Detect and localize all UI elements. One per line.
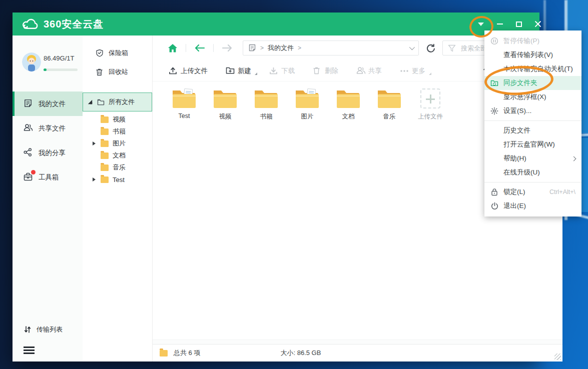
breadcrumb-dropdown-chevron[interactable] [409,44,415,50]
expanded-triangle-icon[interactable] [88,100,92,104]
action-button[interactable]: 下载 [269,66,295,76]
status-bar: 总共 6 项 大小: 86.5 GB [153,344,562,362]
tree-child-item[interactable]: 图片 [83,138,152,150]
menu-item[interactable]: 打开云盘官网(W) [484,138,581,152]
back-button[interactable] [194,44,205,52]
menu-item[interactable]: 在线升级(U) [484,166,581,180]
sidebar-item[interactable]: 我的文件 [13,92,83,116]
avatar[interactable] [22,52,41,72]
action-button[interactable]: 更多 [400,66,425,76]
sync-folder-icon [490,79,498,87]
folder-icon [101,140,109,147]
folder-item[interactable]: 书籍 [246,88,287,121]
tree-item[interactable]: 回收站 [83,62,152,82]
folder-item[interactable]: 图片 [287,88,328,121]
tree-child-item[interactable]: Test [83,174,152,186]
forward-button[interactable] [222,44,233,52]
tree-item-all-files[interactable]: 所有文件 [83,92,152,112]
folder-icon [101,164,109,171]
upload-file-tile[interactable]: 上传文件 [410,88,451,121]
transfer-arrows-icon [24,326,32,334]
item-count: 总共 6 项 [174,348,200,358]
action-button[interactable]: 上传文件 [169,66,208,76]
menu-separator [484,120,581,121]
tree-child-item[interactable]: 文档 [83,150,152,162]
refresh-button[interactable] [426,44,435,53]
forward-arrow-icon [222,44,233,52]
new-folder-icon [226,66,234,75]
menu-item[interactable]: 帮助(H) [484,152,581,166]
sidebar-item[interactable]: 工具箱 [13,165,83,190]
menu-shortcut: Ctrl+Alt+\ [549,188,575,196]
document-icon [248,44,256,52]
menu-item[interactable]: 本次传输完自动关机(T) [484,62,581,76]
folder-item[interactable]: Test [164,88,205,121]
app-window: 360安全云盘 [13,12,539,362]
refresh-icon [426,44,435,53]
menu-item[interactable]: 设置(S)... [484,104,581,118]
folder-icon [101,152,109,159]
power-icon [490,202,498,210]
tree-child-item[interactable]: 音乐 [83,162,152,174]
submenu-arrow-icon [571,156,576,161]
transfer-list-button[interactable]: 传输列表 [13,322,83,336]
menu-item[interactable]: 锁定(L) Ctrl+Alt+\ [484,185,581,199]
shield-icon [96,49,104,57]
folder-icon [101,116,109,123]
breadcrumb-separator: > [298,44,301,52]
more-icon [400,66,408,75]
horizontal-scrollbar[interactable] [153,340,562,344]
storage-usage: 86.49G/1T [44,54,74,62]
tree-child-item[interactable]: 视频 [83,114,152,126]
main-dropdown-menu: 暂停传输(P) 查看传输列表(V) 本次传输完自动关机(T) 同步文件夹 显示悬 [484,30,581,216]
trash-icon [96,68,104,76]
filter-funnel-icon[interactable] [448,44,456,52]
main-menu-button[interactable] [475,18,486,30]
folder-name: Test [179,112,190,120]
home-button[interactable] [168,44,178,53]
share-users-icon [356,66,365,75]
tree-item[interactable]: 保险箱 [83,44,152,62]
folder-item[interactable]: 视频 [205,88,246,121]
sidebar-item[interactable]: 我的分享 [13,140,83,165]
expand-arrow-icon[interactable] [93,142,96,146]
minimize-button[interactable] [494,18,505,30]
plus-icon [420,88,440,108]
tree-child-item[interactable]: 书籍 [83,126,152,138]
menu-item[interactable]: 历史文件 [484,124,581,138]
storage-progress-bar [44,68,78,71]
folder-item[interactable]: 文档 [328,88,369,121]
download-icon [269,66,278,75]
sidebar-item[interactable]: 共享文件 [13,116,83,140]
breadcrumb-separator: > [260,44,264,52]
folder-name: 文档 [342,112,355,121]
menu-item[interactable]: 退出(E) [484,199,581,213]
folder-name: 视频 [219,112,232,121]
share-icon [24,148,34,158]
expand-arrow-icon[interactable] [93,178,96,182]
account-section: 86.49G/1T [13,36,83,92]
resize-grip[interactable] [554,354,561,360]
app-title: 360安全云盘 [44,18,104,31]
menu-item[interactable]: 查看传输列表(V) [484,48,581,62]
close-button[interactable] [532,18,543,30]
menu-item[interactable]: 暂停传输(P) [484,34,581,48]
folder-icon [376,88,402,110]
folder-icon [335,88,361,110]
action-button[interactable]: 新建 [226,66,251,76]
maximize-icon [516,22,522,27]
action-button[interactable]: 共享 [356,66,382,76]
folder-icon [294,88,320,110]
breadcrumb-item[interactable]: 我的文件 [268,44,294,52]
action-button[interactable]: 删除 [313,66,338,76]
toolbox-icon [24,172,34,182]
maximize-button[interactable] [513,18,524,30]
folder-item[interactable]: 音乐 [369,88,410,121]
menu-item[interactable]: 同步文件夹 [484,76,581,90]
menu-item[interactable]: 显示悬浮框(X) [484,90,581,104]
hamburger-menu-button[interactable] [24,345,35,356]
menu-separator [484,182,581,182]
minimize-icon [497,24,503,24]
folder-icon [160,350,168,356]
breadcrumb: > 我的文件 > [243,40,419,56]
